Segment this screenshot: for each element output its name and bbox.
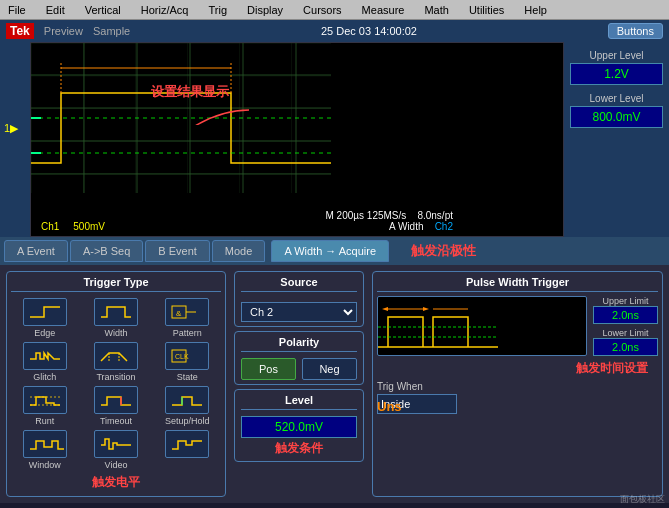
- trigger-state[interactable]: CLK State: [154, 342, 221, 382]
- timing-annotation: 触发时间设置: [377, 360, 648, 377]
- trigger-video[interactable]: Video: [82, 430, 149, 470]
- buttons-button[interactable]: Buttons: [608, 23, 663, 39]
- menu-file[interactable]: File: [4, 2, 30, 18]
- edge-icon: [23, 298, 67, 326]
- menu-utilities[interactable]: Utilities: [465, 2, 508, 18]
- menu-cursors[interactable]: Cursors: [299, 2, 346, 18]
- trigger-runt[interactable]: Runt: [11, 386, 78, 426]
- trigger-custom[interactable]: [154, 430, 221, 470]
- datetime-display: 25 Dec 03 14:00:02: [321, 25, 417, 37]
- glitch-label: Glitch: [33, 372, 56, 382]
- lower-level-value: 800.0mV: [570, 106, 663, 128]
- upper-limit-control: Upper Limit 2.0ns: [593, 296, 658, 324]
- polarity-neg-btn[interactable]: Neg: [302, 358, 357, 380]
- level-annotation: 触发条件: [241, 440, 357, 457]
- window-svg: [26, 433, 64, 455]
- timeout-svg: [97, 389, 135, 411]
- edge-label: Edge: [34, 328, 55, 338]
- level-section: Level 520.0mV 触发条件: [234, 389, 364, 462]
- tab-polarity-annotation: 触发沿极性: [411, 242, 476, 260]
- source-dropdown[interactable]: Ch 1 Ch 2 Ch 3 Ch 4: [241, 302, 357, 322]
- pattern-icon: &: [165, 298, 209, 326]
- uns-label: Uns: [377, 399, 402, 414]
- scope-m-info: M 200µs 125MS/s: [325, 210, 406, 221]
- watermark: 面包板社区: [620, 492, 665, 506]
- top-bar: Tek Preview Sample 25 Dec 03 14:00:02 Bu…: [0, 20, 669, 42]
- pulse-content: Upper Limit 2.0ns Lower Limit 2.0ns 触发时间…: [377, 296, 658, 414]
- scope-a-info: A Width: [389, 221, 423, 232]
- menu-display[interactable]: Display: [243, 2, 287, 18]
- transition-label: Transition: [96, 372, 135, 382]
- polarity-buttons: Pos Neg: [241, 358, 357, 380]
- ch1-info: Ch1 500mV: [41, 221, 105, 232]
- scope-8-info: 8.0ns/pt: [417, 210, 453, 221]
- svg-text:CLK: CLK: [175, 353, 189, 360]
- menu-math[interactable]: Math: [420, 2, 452, 18]
- timeout-icon: [94, 386, 138, 414]
- setuphold-svg: [168, 389, 206, 411]
- timeout-label: Timeout: [100, 416, 132, 426]
- polarity-pos-btn[interactable]: Pos: [241, 358, 296, 380]
- source-title: Source: [241, 276, 357, 292]
- lower-limit-control: Lower Limit 2.0ns: [593, 328, 658, 356]
- preview-label: Preview: [44, 25, 83, 37]
- pulse-diagram-svg: [378, 297, 586, 355]
- state-svg: CLK: [168, 345, 206, 367]
- polarity-title: Polarity: [241, 336, 357, 352]
- video-icon: [94, 430, 138, 458]
- tek-logo: Tek: [6, 23, 34, 39]
- scope-area: 1▶: [0, 42, 669, 237]
- edge-svg: [26, 301, 64, 323]
- trigger-width[interactable]: Width: [82, 298, 149, 338]
- menu-measure[interactable]: Measure: [358, 2, 409, 18]
- state-icon: CLK: [165, 342, 209, 370]
- menu-trig[interactable]: Trig: [204, 2, 231, 18]
- level-value-display: 520.0mV: [241, 416, 357, 438]
- menu-vertical[interactable]: Vertical: [81, 2, 125, 18]
- menu-bar: File Edit Vertical Horiz/Acq Trig Displa…: [0, 0, 669, 20]
- watermark-text: 面包板社区: [620, 494, 665, 504]
- right-panel: Upper Level 1.2V Lower Level 800.0mV: [564, 42, 669, 237]
- menu-edit[interactable]: Edit: [42, 2, 69, 18]
- trigger-timeout[interactable]: Timeout: [82, 386, 149, 426]
- trigger-edge[interactable]: Edge: [11, 298, 78, 338]
- setuphold-label: Setup/Hold: [165, 416, 210, 426]
- sample-label: Sample: [93, 25, 130, 37]
- lower-limit-label: Lower Limit: [593, 328, 658, 338]
- tab-mode[interactable]: Mode: [212, 240, 266, 262]
- width-svg: [97, 301, 135, 323]
- pulse-top: Upper Limit 2.0ns Lower Limit 2.0ns: [377, 296, 658, 356]
- trigger-type-section: Trigger Type Edge Width: [6, 271, 226, 497]
- trigger-transition[interactable]: Transition: [82, 342, 149, 382]
- level-title: Level: [241, 394, 357, 410]
- transition-svg: [97, 345, 135, 367]
- trigger-level-annotation: 触发电平: [11, 474, 221, 491]
- lower-level-label: Lower Level: [570, 93, 663, 104]
- menu-help[interactable]: Help: [520, 2, 551, 18]
- trigger-window[interactable]: Window: [11, 430, 78, 470]
- tab-arrow-label: A Width → Acquire: [271, 240, 389, 262]
- polarity-section: Polarity Pos Neg: [234, 331, 364, 385]
- window-icon: [23, 430, 67, 458]
- custom-svg: [168, 433, 206, 455]
- width-icon: [94, 298, 138, 326]
- upper-level-control: Upper Level 1.2V: [570, 50, 663, 85]
- pulse-title: Pulse Width Trigger: [377, 276, 658, 292]
- ch1-label: Ch1: [41, 221, 59, 232]
- tab-a-event[interactable]: A Event: [4, 240, 68, 262]
- ch2-ref: Ch2: [435, 221, 453, 232]
- trig-when-row: Trig When Inside Uns: [377, 381, 658, 414]
- menu-horiz[interactable]: Horiz/Acq: [137, 2, 193, 18]
- state-label: State: [177, 372, 198, 382]
- upper-limit-label: Upper Limit: [593, 296, 658, 306]
- tab-ab-seq[interactable]: A->B Seq: [70, 240, 143, 262]
- trigger-pattern[interactable]: & Pattern: [154, 298, 221, 338]
- width-label: Width: [104, 328, 127, 338]
- tab-b-event[interactable]: B Event: [145, 240, 210, 262]
- trigger-setuphold[interactable]: Setup/Hold: [154, 386, 221, 426]
- pattern-svg: &: [168, 301, 206, 323]
- trig-when-label: Trig When: [377, 381, 457, 392]
- trigger-glitch[interactable]: Glitch: [11, 342, 78, 382]
- svg-marker-39: [423, 307, 429, 311]
- trigger-type-title: Trigger Type: [11, 276, 221, 292]
